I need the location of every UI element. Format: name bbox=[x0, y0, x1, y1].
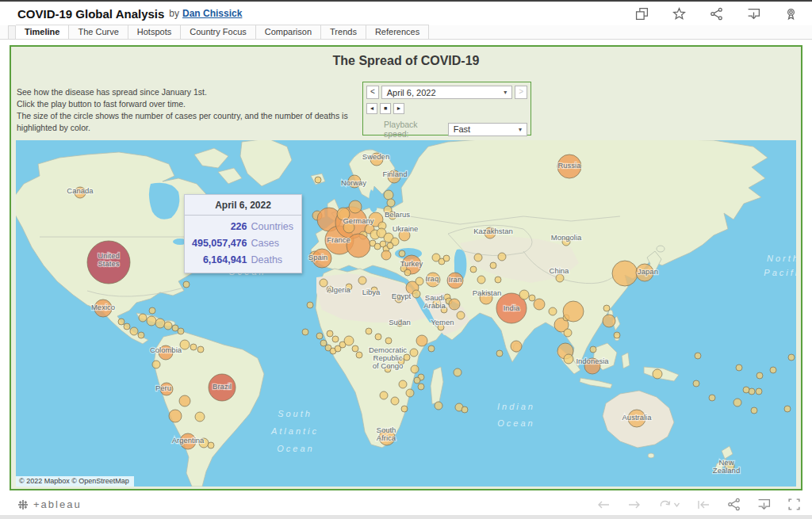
playback-speed-dropdown[interactable]: Fast ▾ bbox=[448, 123, 527, 136]
bubble[interactable] bbox=[470, 266, 477, 273]
bubble[interactable] bbox=[435, 402, 442, 410]
fullscreen-icon[interactable] bbox=[787, 498, 801, 511]
bubble[interactable] bbox=[384, 190, 393, 200]
tab-hotspots[interactable]: Hotspots bbox=[128, 25, 181, 39]
author-link[interactable]: Dan Chissick bbox=[182, 8, 242, 19]
bubble[interactable] bbox=[418, 384, 424, 390]
bubble[interactable] bbox=[556, 274, 564, 282]
bubble[interactable] bbox=[614, 332, 620, 338]
bubble[interactable] bbox=[197, 346, 204, 353]
bubble[interactable] bbox=[327, 330, 333, 337]
bubble[interactable] bbox=[414, 377, 420, 384]
undo-icon[interactable] bbox=[596, 498, 611, 511]
bubble[interactable] bbox=[391, 397, 399, 405]
bubble[interactable] bbox=[139, 314, 147, 322]
bubble[interactable] bbox=[784, 406, 791, 412]
bubble[interactable] bbox=[529, 295, 535, 301]
bubble[interactable] bbox=[404, 269, 411, 276]
bubble[interactable] bbox=[416, 335, 427, 346]
bubble[interactable] bbox=[603, 305, 610, 311]
bubble[interactable] bbox=[385, 338, 392, 344]
bubble[interactable] bbox=[399, 380, 407, 388]
map-canvas[interactable]: CanadaUnitedStatesMexicoColombiaPeruBraz… bbox=[16, 140, 796, 487]
bubble[interactable] bbox=[428, 345, 435, 352]
bubble[interactable] bbox=[190, 344, 197, 350]
tab-the-curve[interactable]: The Curve bbox=[69, 25, 128, 39]
date-dropdown[interactable]: April 6, 2022 ▾ bbox=[381, 86, 512, 99]
share-icon[interactable] bbox=[710, 7, 723, 21]
bubble[interactable] bbox=[564, 354, 573, 364]
stop-button[interactable]: ■ bbox=[380, 103, 391, 114]
bubble[interactable] bbox=[344, 336, 354, 345]
bubble[interactable] bbox=[454, 368, 462, 376]
bubble[interactable] bbox=[195, 412, 205, 422]
bubble[interactable] bbox=[693, 380, 699, 387]
bubble[interactable] bbox=[564, 329, 572, 337]
tableau-logo[interactable]: +ableau bbox=[17, 498, 82, 510]
bubble[interactable] bbox=[366, 328, 372, 334]
play-backward-button[interactable]: ◄ bbox=[366, 103, 377, 114]
bubble[interactable] bbox=[751, 407, 757, 414]
bubble[interactable] bbox=[496, 350, 503, 357]
prev-date-button[interactable]: < bbox=[366, 86, 379, 99]
bubble[interactable] bbox=[352, 345, 358, 352]
bubble[interactable] bbox=[495, 277, 501, 283]
redo-icon[interactable] bbox=[627, 498, 642, 511]
bubble[interactable] bbox=[375, 334, 381, 340]
bubble[interactable] bbox=[164, 322, 172, 330]
bubble[interactable] bbox=[208, 442, 214, 448]
next-date-button[interactable]: > bbox=[515, 86, 527, 99]
bubble[interactable] bbox=[149, 307, 155, 314]
bubble-south-korea[interactable] bbox=[612, 261, 638, 286]
bubble[interactable] bbox=[152, 361, 160, 368]
bubble[interactable] bbox=[332, 336, 339, 342]
bubble[interactable] bbox=[770, 367, 776, 373]
bubble[interactable] bbox=[416, 277, 423, 285]
bubble[interactable] bbox=[449, 299, 460, 310]
bubble[interactable] bbox=[736, 364, 742, 371]
refresh-icon[interactable] bbox=[658, 498, 680, 511]
tab-comparison[interactable]: Comparison bbox=[256, 25, 321, 39]
bubble[interactable] bbox=[404, 354, 410, 361]
bubble[interactable] bbox=[387, 242, 393, 249]
bubble[interactable] bbox=[356, 352, 362, 358]
bubble[interactable] bbox=[118, 319, 124, 325]
bubble[interactable] bbox=[788, 354, 795, 361]
bubble[interactable] bbox=[549, 307, 557, 315]
bubble[interactable] bbox=[519, 290, 529, 300]
play-forward-button[interactable]: ► bbox=[393, 103, 404, 114]
bubble[interactable] bbox=[183, 281, 190, 288]
bubble[interactable] bbox=[179, 395, 190, 406]
bubble[interactable] bbox=[695, 353, 701, 359]
bubble[interactable] bbox=[358, 277, 366, 284]
bubble[interactable] bbox=[178, 328, 184, 334]
bubble[interactable] bbox=[401, 406, 408, 412]
bubble[interactable] bbox=[511, 341, 522, 352]
bubble[interactable] bbox=[709, 395, 715, 401]
bubble[interactable] bbox=[316, 333, 323, 339]
reset-icon[interactable] bbox=[696, 498, 710, 511]
bubble[interactable] bbox=[653, 369, 662, 379]
duplicate-icon[interactable] bbox=[635, 7, 649, 21]
bubble[interactable] bbox=[756, 372, 763, 379]
bubble[interactable] bbox=[563, 301, 584, 322]
bubble[interactable] bbox=[733, 399, 741, 406]
bubble[interactable] bbox=[307, 302, 313, 308]
bubble[interactable] bbox=[124, 323, 130, 330]
bubble[interactable] bbox=[457, 311, 465, 319]
bubble[interactable] bbox=[756, 388, 762, 395]
bubble[interactable] bbox=[534, 299, 545, 310]
bubble[interactable] bbox=[474, 254, 482, 261]
bubble[interactable] bbox=[477, 276, 485, 284]
bubble[interactable] bbox=[490, 262, 496, 269]
bubble[interactable] bbox=[155, 319, 165, 328]
star-icon[interactable] bbox=[672, 7, 686, 21]
bubble[interactable] bbox=[443, 255, 450, 261]
bubble[interactable] bbox=[603, 315, 615, 327]
bubble[interactable] bbox=[380, 391, 388, 399]
bubble[interactable] bbox=[406, 389, 414, 397]
bubble[interactable] bbox=[590, 346, 596, 353]
bubble[interactable] bbox=[412, 290, 420, 298]
bubble[interactable] bbox=[411, 365, 419, 373]
bubble[interactable] bbox=[387, 199, 395, 207]
